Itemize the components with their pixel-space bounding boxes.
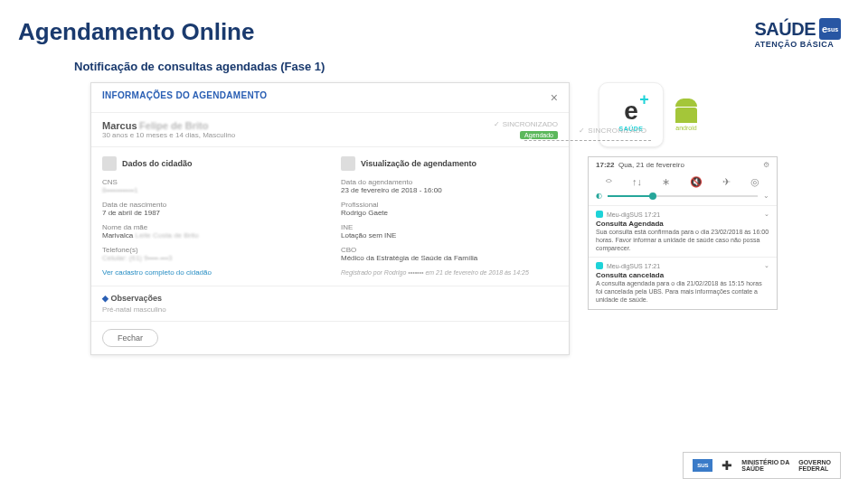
data-icon[interactable]: ↑↓	[632, 176, 642, 188]
mother-value: Marivalca Leite Costa de Brito	[102, 231, 319, 239]
page-subtitle: Notificação de consultas agendadas (Fase…	[74, 60, 868, 73]
person-icon	[102, 156, 117, 171]
chevron-down-icon[interactable]: ⌄	[763, 192, 769, 200]
gov-label: GOVERNOFEDERAL	[798, 459, 831, 472]
cns-label: CNS	[102, 178, 319, 186]
phone-date: Qua, 21 de fevereiro	[618, 161, 684, 169]
notification-item[interactable]: Meu-digSUS 17:21⌄ Consulta Agendada Sua …	[589, 205, 777, 257]
phone-value: Celular: (61) 9••••-•••3	[102, 254, 319, 262]
sync-badge: ✓ SINCRONIZADO	[494, 120, 558, 128]
citizen-data-title: Dados do cidadão	[122, 159, 193, 168]
pro-value: Rodrigo Gaete	[341, 209, 558, 217]
patient-name-blur: Felipe de Brito	[139, 120, 208, 131]
phone-label: Telefone(s)	[102, 246, 319, 254]
ine-label: INE	[341, 223, 558, 231]
appointment-view-title: Visualização de agendamento	[361, 159, 476, 168]
notif-body: Sua consulta está confirmada para o dia …	[596, 228, 769, 252]
dob-label: Data de nascimento	[102, 201, 319, 209]
logo-area: SAÚDE esus ATENÇÃO BÁSICA	[754, 18, 841, 49]
patient-details: 30 anos e 10 meses e 14 dias, Masculino	[102, 131, 235, 139]
app-badge-icon	[596, 211, 603, 218]
cbo-value: Médico da Estratégia de Saúde da Família	[341, 254, 558, 262]
date-label: Data do agendamento	[341, 178, 558, 186]
pro-label: Profissional	[341, 201, 558, 209]
notif-title: Consulta Agendada	[596, 220, 769, 228]
appointment-modal: INFORMAÇÕES DO AGENDAMENTO × Marcus Feli…	[90, 82, 570, 355]
registered-by: Registrado por Rodrigo ••••••• em 21 de …	[341, 269, 558, 276]
close-icon[interactable]: ×	[551, 90, 558, 105]
brightness-low-icon: ◐	[596, 192, 602, 200]
dob-value: 7 de abril de 1987	[102, 209, 319, 217]
full-record-link[interactable]: Ver cadastro completo do cidadão	[102, 268, 319, 277]
obs-text: Pré-natal masculino	[102, 305, 558, 314]
obs-title: ◆ Observações	[102, 294, 558, 303]
sound-icon[interactable]: 🔇	[690, 176, 703, 188]
esaude-app-icon: e+ SAÚDE	[599, 82, 664, 147]
notif-title: Consulta cancelada	[596, 271, 769, 279]
logo-cross-icon: esus	[819, 18, 841, 40]
cbo-label: CBO	[341, 246, 558, 254]
calendar-icon	[341, 156, 355, 171]
app-badge-icon	[596, 262, 603, 269]
ministry-label: MINISTÉRIO DASAÚDE	[741, 459, 789, 472]
sus-logo: SUS	[693, 459, 712, 472]
cross-icon: ✚	[722, 458, 732, 473]
phone-notification-panel: 17:22 Qua, 21 de fevereiro ⚙ ⌔ ↑↓ ∗ 🔇 ✈ …	[588, 156, 778, 310]
brightness-slider[interactable]	[608, 195, 758, 197]
notification-item[interactable]: Meu-digSUS 17:21⌄ Consulta cancelada A c…	[589, 257, 777, 308]
close-button[interactable]: Fechar	[102, 329, 158, 347]
wifi-icon[interactable]: ⌔	[606, 176, 612, 188]
connector-line	[524, 140, 651, 141]
bluetooth-icon[interactable]: ∗	[662, 176, 670, 188]
airplane-icon[interactable]: ✈	[722, 176, 731, 188]
sync-floating-label: ✓SINCRONIZADO	[579, 127, 646, 135]
logo-saude-text: SAÚDE	[754, 19, 816, 40]
logo-subtitle: ATENÇÃO BÁSICA	[754, 40, 841, 49]
location-icon[interactable]: ◎	[750, 176, 760, 188]
date-value: 23 de fevereiro de 2018 - 16:00	[341, 186, 558, 194]
mother-label: Nome da mãe	[102, 223, 319, 231]
page-title: Agendamento Online	[18, 18, 254, 46]
phone-time: 17:22	[596, 161, 614, 169]
ine-value: Lotação sem INE	[341, 231, 558, 239]
gear-icon[interactable]: ⚙	[763, 161, 769, 169]
footer-logos: SUS ✚ MINISTÉRIO DASAÚDE GOVERNOFEDERAL	[683, 452, 841, 479]
android-icon: android	[673, 99, 700, 131]
cns-value: 8•••••••••••1	[102, 186, 319, 194]
notif-body: A consulta agendada para o dia 21/02/201…	[596, 279, 769, 304]
status-badge: Agendado	[520, 131, 558, 139]
patient-name: Marcus	[102, 120, 137, 131]
modal-title: INFORMAÇÕES DO AGENDAMENTO	[102, 90, 267, 105]
